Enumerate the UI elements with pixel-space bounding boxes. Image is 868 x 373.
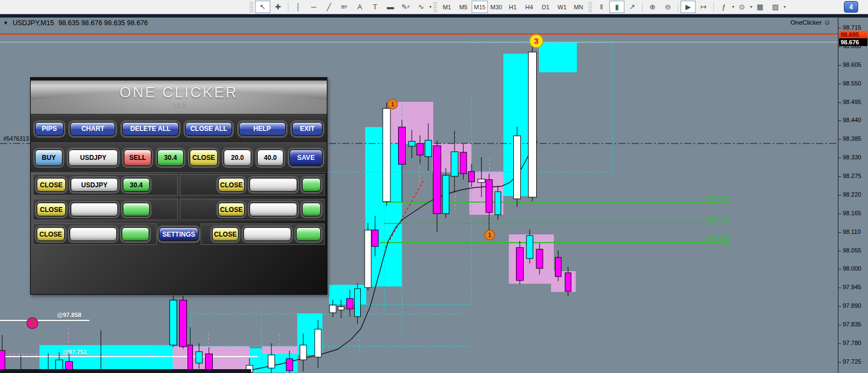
price-tick: 98.220 [838, 191, 861, 198]
close-all-button[interactable]: CLOSE ALL [185, 122, 232, 136]
auto-scroll-icon[interactable]: ▶ [680, 1, 696, 13]
vertical-line-tool-icon[interactable]: │ [291, 1, 306, 13]
crosshair-tool-icon[interactable]: ✚ [270, 1, 286, 13]
candle [425, 140, 432, 157]
position-group-left: CLOSE [33, 199, 178, 220]
price-tick: 97.780 [838, 340, 861, 346]
delete-all-button[interactable]: DELETE ALL [122, 122, 179, 136]
blank-button[interactable] [302, 178, 321, 192]
zoom-in-icon[interactable]: ⊕ [645, 1, 660, 13]
cycle-lines-tool-icon[interactable]: ∿ [413, 1, 429, 13]
symbol-button[interactable]: USDJPY [69, 150, 118, 166]
line-chart-icon[interactable]: ↗ [625, 1, 640, 13]
blank-button[interactable] [249, 178, 297, 192]
usdjpy-button[interactable]: USDJPY [71, 178, 118, 192]
timeframe-m1-button[interactable]: M1 [439, 1, 455, 13]
close-button[interactable]: CLOSE [37, 203, 66, 216]
panel-bottom-row: CLOSESETTINGSCLOSE [31, 222, 327, 246]
candle [330, 305, 336, 313]
panel-position-row-2: CLOSECLOSE [31, 197, 327, 222]
position-group-right: CLOSE [180, 199, 325, 220]
blank-button[interactable] [122, 227, 149, 241]
zoom-out-icon[interactable]: ⊖ [660, 1, 676, 13]
candle [300, 345, 307, 360]
timeframe-h1-button[interactable]: H1 [504, 1, 521, 13]
timeframe-h4-button[interactable]: H4 [521, 1, 537, 13]
window-border-strip [0, 14, 868, 18]
candle [478, 179, 485, 182]
blank-button[interactable] [70, 227, 117, 241]
timeframe-m5-button[interactable]: M5 [455, 1, 472, 13]
stop-pips-field[interactable]: 20.0 [224, 150, 251, 166]
shapes-tool-icon[interactable]: ▬ [383, 1, 398, 13]
timeframe-m30-button[interactable]: M30 [488, 1, 504, 13]
price-tick: 98.605 [838, 61, 861, 68]
price-tick: 97.890 [838, 302, 861, 309]
notifications-badge[interactable]: 4 [844, 1, 858, 13]
tile-windows-icon[interactable]: ▦ [752, 1, 768, 13]
buy-button[interactable]: BUY [35, 150, 63, 166]
save-button[interactable]: SAVE [290, 150, 322, 166]
settings-button[interactable]: SETTINGS [159, 227, 198, 241]
signal-3-marker-text: 3 [534, 36, 538, 45]
timeframe-m15-button[interactable]: M15 [472, 1, 488, 13]
dropdown-arrow-icon[interactable]: ▾ [429, 4, 432, 9]
30-4-button[interactable]: 30.4 [123, 178, 150, 192]
fibonacci-tool-icon[interactable]: ≡F [337, 1, 352, 13]
help-button[interactable]: HELP [239, 122, 286, 136]
price-tick: 97.945 [838, 284, 861, 290]
templates-icon[interactable]: ▨ [768, 1, 783, 13]
lots-field[interactable]: 30.4 [157, 150, 184, 166]
candle [451, 152, 458, 176]
trendline-tool-icon[interactable]: ╱ [321, 1, 337, 13]
candle [514, 136, 521, 199]
blank-button[interactable] [123, 203, 150, 216]
periods-icon[interactable]: ⊙ [734, 1, 750, 13]
pips-button[interactable]: PIPS [35, 122, 64, 136]
panel-trade-row: BUYUSDJPYSELL30.4CLOSE20.040.0SAVE [31, 143, 327, 173]
horizontal-line-tool-icon[interactable]: ─ [306, 1, 321, 13]
close-button[interactable]: CLOSE [218, 178, 245, 192]
window-bottom-edge [0, 369, 251, 373]
bottom-group-left: CLOSE [33, 223, 157, 245]
cursor-tool-icon[interactable]: ↖ [255, 1, 270, 13]
chart-button[interactable]: CHART [70, 122, 115, 136]
dropdown-arrow-icon[interactable]: ▾ [784, 4, 786, 9]
signal-1a-marker-text: 1 [391, 101, 394, 107]
candle [365, 230, 371, 288]
bar-chart-icon[interactable]: ‖ [594, 1, 609, 13]
sell-button[interactable]: SELL [124, 150, 151, 166]
candlestick-chart-icon[interactable]: ▮ [609, 1, 625, 13]
close-button[interactable]: CLOSE [37, 227, 65, 241]
close-button[interactable]: CLOSE [218, 203, 245, 216]
blank-button[interactable] [249, 203, 297, 216]
panel-header[interactable]: ONE CLICKER 2.2.3 [31, 78, 327, 114]
close-button[interactable]: CLOSE [212, 227, 239, 241]
arrows-tool-icon[interactable]: ✎F [398, 1, 413, 13]
timeframe-d1-button[interactable]: D1 [537, 1, 554, 13]
blank-button[interactable] [296, 227, 321, 241]
label-tool-icon[interactable]: T [367, 1, 383, 13]
candle [417, 144, 423, 155]
timeframe-mn-button[interactable]: MN [570, 1, 587, 13]
toolbar-grip[interactable] [433, 2, 437, 12]
blank-button[interactable] [71, 203, 118, 216]
text-tool-icon[interactable]: A [352, 1, 367, 13]
chevron-down-icon[interactable]: ▼ [3, 20, 8, 26]
price-tick: 98.275 [838, 173, 861, 179]
price-scale[interactable]: 98.71598.66098.60598.55098.49598.44098.3… [838, 18, 868, 373]
timeframe-w1-button[interactable]: W1 [554, 1, 570, 13]
take-pips-field[interactable]: 40.0 [257, 150, 283, 166]
chart-shift-icon[interactable]: ↦ [696, 1, 711, 13]
close-button[interactable]: CLOSE [37, 178, 66, 192]
toolbar-grip[interactable] [249, 2, 253, 12]
ea-name-label: OneClicker [791, 19, 822, 26]
panel-version: 2.2.3 [31, 103, 327, 109]
blank-button[interactable] [243, 227, 291, 241]
candle [355, 289, 361, 317]
indicators-icon[interactable]: ƒ [716, 1, 731, 13]
blank-button[interactable] [302, 203, 321, 216]
toolbar-grip[interactable] [588, 2, 592, 12]
exit-button[interactable]: EXIT [292, 122, 322, 136]
close-button[interactable]: CLOSE [190, 150, 218, 166]
